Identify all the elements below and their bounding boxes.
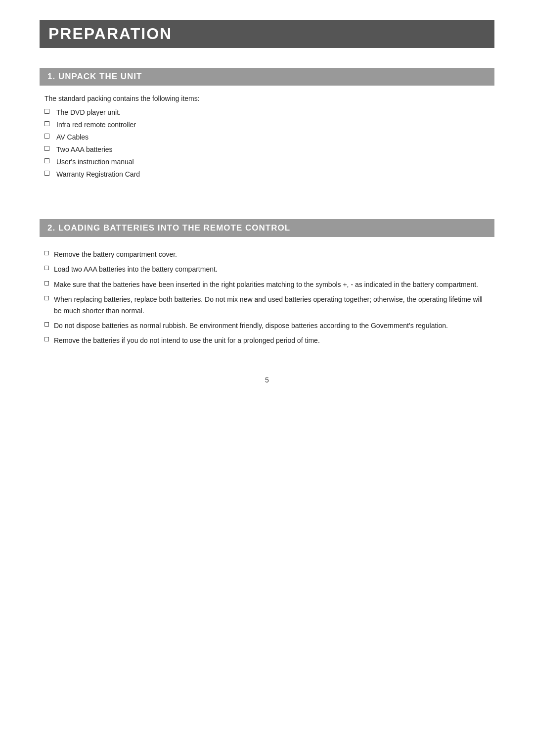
checkbox-icon bbox=[44, 109, 49, 114]
list-item: Make sure that the batteries have been i… bbox=[44, 279, 490, 290]
list-item-text: Infra red remote controller bbox=[56, 120, 136, 130]
list-item-text: Do not dispose batteries as normal rubbi… bbox=[54, 320, 490, 331]
section-unpack: 1. UNPACK THE UNIT The standard packing … bbox=[40, 68, 494, 180]
checkbox-icon bbox=[44, 121, 49, 126]
list-item: Remove the batteries if you do not inten… bbox=[44, 335, 490, 346]
unpack-intro: The standard packing contains the follow… bbox=[44, 94, 490, 102]
page-title-bar: PREPARATION bbox=[40, 20, 494, 48]
list-item-text: Two AAA batteries bbox=[56, 144, 113, 155]
checkbox-icon bbox=[44, 158, 49, 163]
page-title: PREPARATION bbox=[48, 25, 486, 43]
list-item: Warranty Registration Card bbox=[44, 169, 490, 180]
bullet-icon bbox=[44, 251, 49, 255]
unpack-list: The DVD player unit. Infra red remote co… bbox=[44, 107, 490, 180]
list-item: Do not dispose batteries as normal rubbi… bbox=[44, 320, 490, 331]
list-item: AV Cables bbox=[44, 132, 490, 142]
section-batteries-body: Remove the battery compartment cover. Lo… bbox=[40, 249, 494, 346]
section-batteries-title: 2. LOADING BATTERIES INTO THE REMOTE CON… bbox=[47, 223, 487, 233]
list-item-text: Remove the batteries if you do not inten… bbox=[54, 335, 490, 346]
list-item: When replacing batteries, replace both b… bbox=[44, 294, 490, 316]
list-item-text: AV Cables bbox=[56, 132, 89, 142]
batteries-list: Remove the battery compartment cover. Lo… bbox=[44, 249, 490, 346]
bullet-icon bbox=[44, 281, 49, 285]
list-item-text: User's instruction manual bbox=[56, 157, 134, 167]
list-item-text: Make sure that the batteries have been i… bbox=[54, 279, 490, 290]
bullet-icon bbox=[44, 266, 49, 270]
checkbox-icon bbox=[44, 146, 49, 151]
checkbox-icon bbox=[44, 171, 49, 176]
list-item-text: When replacing batteries, replace both b… bbox=[54, 294, 490, 316]
section-unpack-body: The standard packing contains the follow… bbox=[40, 94, 494, 180]
bullet-icon bbox=[44, 322, 49, 327]
list-item: Infra red remote controller bbox=[44, 120, 490, 130]
section-batteries: 2. LOADING BATTERIES INTO THE REMOTE CON… bbox=[40, 219, 494, 346]
bullet-icon bbox=[44, 296, 49, 300]
section-batteries-header: 2. LOADING BATTERIES INTO THE REMOTE CON… bbox=[40, 219, 494, 237]
list-item: User's instruction manual bbox=[44, 157, 490, 167]
list-item-text: Warranty Registration Card bbox=[56, 169, 140, 180]
list-item-text: Remove the battery compartment cover. bbox=[54, 249, 490, 260]
bullet-icon bbox=[44, 337, 49, 341]
page-number: 5 bbox=[40, 376, 494, 384]
list-item-text: The DVD player unit. bbox=[56, 107, 121, 118]
list-item: Load two AAA batteries into the battery … bbox=[44, 264, 490, 275]
list-item-text: Load two AAA batteries into the battery … bbox=[54, 264, 490, 275]
checkbox-icon bbox=[44, 134, 49, 139]
list-item: Two AAA batteries bbox=[44, 144, 490, 155]
section-unpack-title: 1. UNPACK THE UNIT bbox=[47, 72, 487, 82]
list-item: Remove the battery compartment cover. bbox=[44, 249, 490, 260]
page: PREPARATION 1. UNPACK THE UNIT The stand… bbox=[0, 0, 534, 756]
list-item: The DVD player unit. bbox=[44, 107, 490, 118]
section-unpack-header: 1. UNPACK THE UNIT bbox=[40, 68, 494, 86]
